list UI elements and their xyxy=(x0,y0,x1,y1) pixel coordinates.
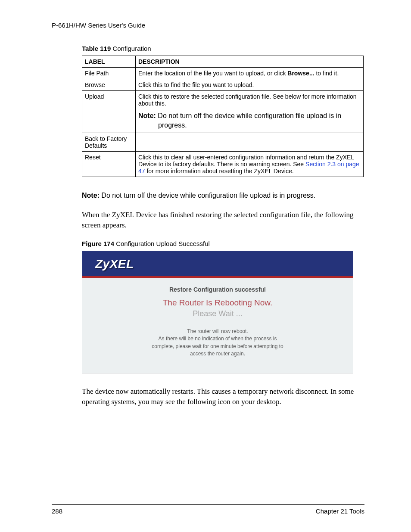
figure-title: Restore Configuration successful xyxy=(91,286,344,293)
note-paragraph: Note: Do not turn off the device while c… xyxy=(82,191,364,200)
cell-label: Upload xyxy=(82,91,136,133)
cell-label: File Path xyxy=(82,68,136,79)
inline-note: Note: Do not turn off the device while c… xyxy=(138,111,361,131)
cell-desc: Click this to clear all user-entered con… xyxy=(136,151,364,177)
table-row: Browse Click this to find the file you w… xyxy=(82,79,364,91)
footer-rule xyxy=(52,504,364,505)
table-caption-label: Table 119 xyxy=(82,45,111,52)
figure-topbar: ZyXEL xyxy=(82,251,353,276)
table-row: File Path Enter the location of the file… xyxy=(82,68,364,79)
figure-screenshot: ZyXEL Restore Configuration successful T… xyxy=(82,251,353,374)
running-head: P-661H/HW Series User's Guide xyxy=(52,22,364,29)
text: to find it. xyxy=(314,70,339,77)
cell-label: Browse xyxy=(82,79,136,91)
page-number: 288 xyxy=(52,507,62,515)
note-text: Do not turn off the device while configu… xyxy=(100,192,315,199)
table-header-row: LABEL DESCRIPTION xyxy=(82,56,364,68)
table-caption: Table 119 Configuration xyxy=(82,45,364,52)
text-bold: Browse... xyxy=(287,70,314,77)
text: complete, please wait for one minute bef… xyxy=(91,343,344,350)
cell-desc: Click this to restore the selected confi… xyxy=(136,91,364,133)
cell-desc xyxy=(136,133,364,151)
text: Click this to restore the selected confi… xyxy=(138,93,361,107)
cell-desc: Click this to find the file you want to … xyxy=(136,79,364,91)
header-rule xyxy=(52,30,364,30)
footer: 288 Chapter 21 Tools xyxy=(52,504,364,515)
cell-label: Back to Factory Defaults xyxy=(82,133,136,151)
table-row: Reset Click this to clear all user-enter… xyxy=(82,151,364,177)
th-label: LABEL xyxy=(82,56,136,68)
note-text: Do not turn off the device while configu… xyxy=(156,112,341,119)
figure-line2: Please Wait ... xyxy=(91,309,344,318)
table-row: Back to Factory Defaults xyxy=(82,133,364,151)
text: Enter the location of the file you want … xyxy=(138,70,287,77)
figure-caption: Figure 174 Configuration Upload Successf… xyxy=(82,240,364,247)
text: The router will now reboot. xyxy=(91,328,344,335)
figure-message: The router will now reboot. As there wil… xyxy=(91,328,344,358)
note-label: Note: xyxy=(82,192,100,199)
text: As there will be no indication of when t… xyxy=(91,335,344,342)
config-table: LABEL DESCRIPTION File Path Enter the lo… xyxy=(82,56,364,177)
chapter-label: Chapter 21 Tools xyxy=(316,507,364,515)
cell-desc: Enter the location of the file you want … xyxy=(136,68,364,79)
figure-caption-label: Figure 174 xyxy=(82,240,114,247)
figure-body: Restore Configuration successful The Rou… xyxy=(82,278,353,373)
table-row: Upload Click this to restore the selecte… xyxy=(82,91,364,133)
body-paragraph: When the ZyXEL Device has finished resto… xyxy=(82,210,364,230)
figure-line1: The Router Is Rebooting Now. xyxy=(91,298,344,308)
body-paragraph: The device now automatically restarts. T… xyxy=(82,386,364,407)
zyxel-logo: ZyXEL xyxy=(95,257,134,271)
th-desc: DESCRIPTION xyxy=(136,56,364,68)
note-label: Note: xyxy=(138,112,156,119)
text: for more information about resetting the… xyxy=(145,168,294,174)
note-text-cont: progress. xyxy=(138,121,361,130)
figure-caption-text: Configuration Upload Successful xyxy=(114,240,210,247)
table-caption-text: Configuration xyxy=(111,45,151,52)
cell-label: Reset xyxy=(82,151,136,177)
text: access the router again. xyxy=(91,350,344,358)
